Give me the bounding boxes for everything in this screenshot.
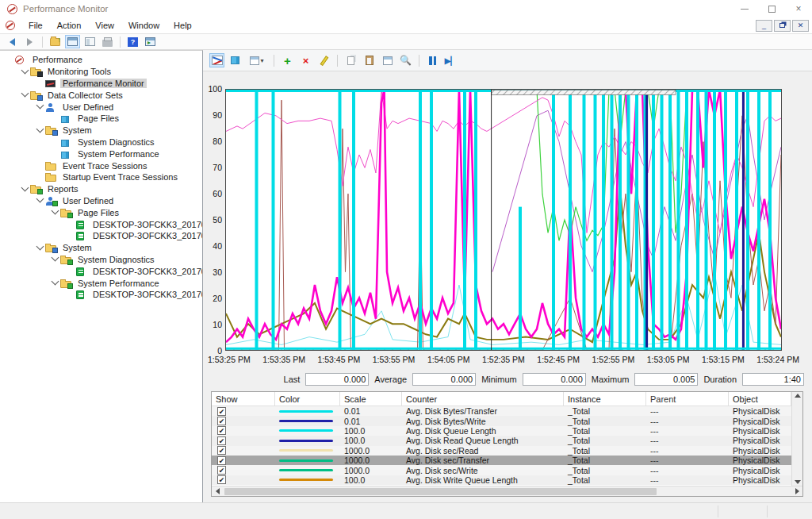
scrollbar-thumb[interactable] [224,488,657,495]
expand-chevron-icon[interactable] [20,71,30,73]
expand-chevron-icon[interactable] [35,106,45,108]
legend-row-avg-disk-sec-transfer[interactable]: ✔1000.0Avg. Disk sec/Transfer_Total---Ph… [212,456,791,465]
tree-item-system-performance[interactable]: System Performance [0,277,202,289]
freeze-display-button[interactable] [425,53,440,67]
legend-horizontal-scrollbar[interactable] [212,486,802,496]
copy-properties-button[interactable] [343,53,358,67]
maximize-button[interactable] [758,0,785,17]
legend-row-avg-disk-bytes-transfer[interactable]: ✔0.01Avg. Disk Bytes/Transfer_Total---Ph… [212,406,791,416]
tree-item-desktop-3ofckk3-20170214-000001[interactable]: DESKTOP-3OFCKK3_20170214-000001 [0,218,202,230]
minimize-button[interactable] [731,0,758,17]
tree-item-page-files[interactable]: Page Files [0,113,202,125]
column-object[interactable]: Object [729,392,791,406]
minimum-label: Minimum [481,375,517,384]
expand-chevron-icon[interactable] [35,247,45,249]
column-color[interactable]: Color [275,392,340,406]
legend-row-avg-disk-read-queue-length[interactable]: ✔100.0Avg. Disk Read Queue Length_Total-… [212,436,791,445]
menu-action[interactable]: Action [50,19,89,32]
legend-row-avg-disk-sec-write[interactable]: ✔1000.0Avg. Disk sec/Write_Total---Physi… [212,465,791,475]
tree-item-desktop-3ofckk3-20170214-000003[interactable]: DESKTOP-3OFCKK3_20170214-000003 [0,230,202,242]
expand-chevron-icon[interactable] [50,211,60,213]
menu-window[interactable]: Window [121,19,167,32]
show-checkbox[interactable]: ✔ [217,446,226,455]
tree-item-system[interactable]: System [0,242,202,254]
console-window-button[interactable] [82,35,98,48]
child-restore-button[interactable] [774,20,791,32]
new-window-button[interactable] [143,35,158,48]
tree-item-user-defined[interactable]: User Defined [0,195,202,207]
menu-file[interactable]: File [21,19,50,32]
menu-view[interactable]: View [88,19,121,32]
tree-item-system-performance[interactable]: System Performance [0,148,202,160]
expand-chevron-icon[interactable] [35,199,45,202]
scroll-up-icon[interactable] [795,394,801,398]
tree-item-system-diagnostics[interactable]: System Diagnostics [0,254,202,266]
show-checkbox[interactable]: ✔ [217,456,226,465]
column-counter[interactable]: Counter [402,392,564,406]
up-one-level-button[interactable] [48,35,63,48]
help-button[interactable]: ? [125,35,140,48]
tree-item-startup-event-trace-sessions[interactable]: Startup Event Trace Sessions [0,171,202,183]
forward-button[interactable] [22,35,37,48]
scroll-right-icon[interactable] [791,486,802,496]
parent-value: --- [646,416,729,425]
expand-chevron-icon[interactable] [50,282,60,284]
maximum-label: Maximum [592,375,630,384]
tree-item-data-collector-sets[interactable]: Data Collector Sets [0,89,202,101]
column-show[interactable]: Show [212,392,275,406]
tree-item-monitoring-tools[interactable]: Monitoring Tools [0,66,202,78]
object-value: PhysicalDisk [729,456,791,465]
expand-chevron-icon[interactable] [50,258,60,260]
tree-item-desktop-3ofckk3-20170214-000001[interactable]: DESKTOP-3OFCKK3_20170214-000001 [0,265,202,277]
legend-row-avg-disk-queue-length[interactable]: ✔100.0Avg. Disk Queue Length_Total---Phy… [212,426,791,436]
zoom-button[interactable]: 🔍 [398,53,413,67]
tree-item-desktop-3ofckk3-20170214-000002[interactable]: DESKTOP-3OFCKK3_20170214-000002 [0,289,202,301]
help-icon: ? [128,37,138,47]
object-value: PhysicalDisk [729,465,791,475]
tree-item-performance-monitor[interactable]: Performance Monitor [0,78,202,90]
show-checkbox[interactable]: ✔ [217,436,226,445]
highlight-button[interactable] [316,53,331,67]
expand-chevron-icon[interactable] [20,188,30,190]
tree-item-system[interactable]: System [0,125,202,136]
tree-item-page-files[interactable]: Page Files [0,206,202,218]
expand-chevron-icon[interactable] [20,94,30,96]
change-graph-type-button[interactable]: ▾ [246,53,268,67]
tree-item-user-defined[interactable]: User Defined [0,101,202,113]
legend-row-avg-disk-sec-read[interactable]: ✔1000.0Avg. Disk sec/Read_Total---Physic… [212,446,791,456]
child-minimize-button[interactable]: _ [756,20,772,32]
show-checkbox[interactable]: ✔ [217,407,226,416]
expand-chevron-icon[interactable] [35,129,45,132]
add-counter-button[interactable]: + [280,53,295,67]
show-checkbox[interactable]: ✔ [217,426,226,435]
back-button[interactable] [5,35,20,48]
step-forward-icon: ▶▏ [445,56,457,65]
print-button[interactable] [100,35,115,48]
legend-vertical-scrollbar[interactable] [791,392,802,486]
show-checkbox[interactable]: ✔ [217,466,226,475]
close-button[interactable]: × [785,0,812,17]
printer-icon [102,40,113,47]
child-close-button[interactable]: ✕ [792,20,809,32]
duration-label: Duration [703,375,737,384]
scroll-left-icon[interactable] [212,486,223,496]
show-checkbox[interactable]: ✔ [217,417,226,425]
paste-counter-list-button[interactable] [362,53,377,67]
scroll-down-icon[interactable] [795,480,801,484]
legend-row-avg-disk-bytes-write[interactable]: ✔0.01Avg. Disk Bytes/Write_Total---Physi… [212,416,791,425]
column-parent[interactable]: Parent [646,392,729,406]
tree-item-reports[interactable]: Reports [0,183,202,195]
legend-row-avg-disk-write-queue-length[interactable]: ✔100.0Avg. Disk Write Queue Length_Total… [212,475,791,485]
update-data-button[interactable]: ▶▏ [443,53,458,67]
view-log-data-button[interactable] [228,53,243,67]
column-scale[interactable]: Scale [340,392,402,406]
column-instance[interactable]: Instance [564,392,646,406]
show-checkbox[interactable]: ✔ [217,475,226,484]
menu-help[interactable]: Help [167,19,199,32]
tree-item-event-trace-sessions[interactable]: Event Trace Sessions [0,160,202,171]
properties-button[interactable] [380,53,395,67]
delete-counter-button[interactable]: × [298,53,313,67]
tree-item-system-diagnostics[interactable]: System Diagnostics [0,136,202,148]
tree-item-performance[interactable]: Performance [0,54,202,66]
show-hide-console-tree-button[interactable] [65,35,80,48]
